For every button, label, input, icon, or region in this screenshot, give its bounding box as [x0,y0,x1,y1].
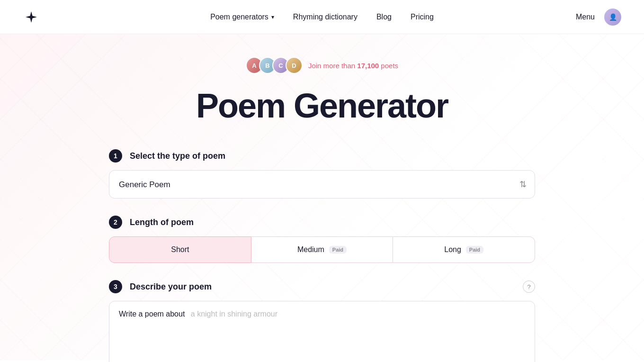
step-1-number: 1 [109,149,122,163]
step-3-label: Describe your poem [130,282,212,292]
textarea-prefix: Write a poem about [119,310,185,351]
step-3-number: 3 [109,280,122,293]
length-long-button[interactable]: Long Paid [393,236,535,263]
poem-type-select[interactable]: Generic Poem Haiku Sonnet Limerick Free … [109,170,535,199]
step-1-header: 1 Select the type of poem [109,149,535,163]
step-2-number: 2 [109,216,122,229]
nav-poem-generators[interactable]: Poem generators ▾ [210,13,274,21]
avatar-initials: 👤 [609,13,617,21]
logo-button[interactable] [23,9,40,26]
nav-blog[interactable]: Blog [376,13,392,21]
step-3-left: 3 Describe your poem [109,280,212,293]
poets-row: A B C D Join more than 17,100 poets [246,57,398,74]
nav-pricing[interactable]: Pricing [411,13,434,21]
navbar: Poem generators ▾ Rhyming dictionary Blo… [0,0,644,34]
poem-description-placeholder: a knight in shining armour [191,310,525,351]
menu-button[interactable]: Menu [576,13,595,21]
page-title: Poem Generator [196,87,448,125]
length-buttons-group: Short Medium Paid Long Paid [109,236,535,263]
long-paid-badge: Paid [466,246,483,253]
step-1: 1 Select the type of poem Generic Poem H… [109,149,535,199]
main-content: A B C D Join more than 17,100 poets Poem… [0,0,644,362]
textarea-spacer [119,351,525,362]
nav-right-section: Menu 👤 [576,9,621,26]
textarea-inner: Write a poem about a knight in shining a… [119,310,525,351]
help-icon[interactable]: ? [523,281,535,293]
poets-link[interactable]: Join more than 17,100 poets [308,62,398,70]
step-3: 3 Describe your poem ? Write a poem abou… [109,280,535,362]
nav-links: Poem generators ▾ Rhyming dictionary Blo… [210,13,434,21]
chevron-down-icon: ▾ [271,14,274,20]
poets-text: Join more than 17,100 poets [308,62,398,70]
medium-paid-badge: Paid [329,246,347,253]
avatar-4: D [286,57,303,74]
avatars-cluster: A B C D [246,57,303,74]
step-2-label: Length of poem [130,217,194,227]
poem-description-wrapper: Write a poem about a knight in shining a… [109,301,535,362]
user-avatar[interactable]: 👤 [604,9,621,26]
step-2-header: 2 Length of poem [109,216,535,229]
nav-rhyming-dictionary[interactable]: Rhyming dictionary [293,13,358,21]
poem-form: 1 Select the type of poem Generic Poem H… [109,149,535,362]
poem-type-select-wrapper: Generic Poem Haiku Sonnet Limerick Free … [109,170,535,199]
length-short-button[interactable]: Short [109,236,251,263]
step-2: 2 Length of poem Short Medium Paid Long … [109,216,535,263]
step-1-label: Select the type of poem [130,151,225,161]
step-3-header: 3 Describe your poem ? [109,280,535,293]
length-medium-button[interactable]: Medium Paid [251,236,393,263]
